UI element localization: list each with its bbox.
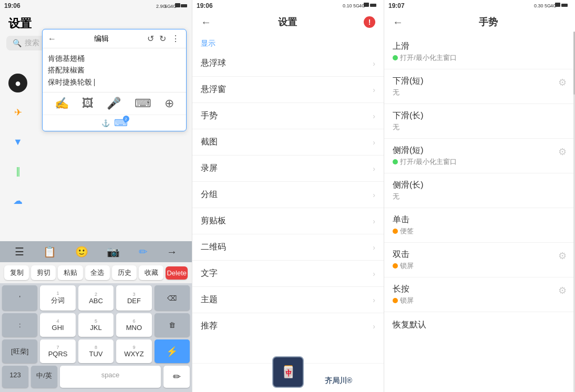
gear-long-press[interactable]: ⚙	[558, 285, 567, 296]
p3-item-swipe-down-long[interactable]: 下滑(长) 无	[384, 104, 575, 139]
chevron-icon-4: ›	[373, 164, 375, 173]
editor-content[interactable]: 肯德基翅桶 搭配辣椒酱 保时捷换轮毂	[43, 48, 186, 92]
time-1: 19:06	[4, 2, 20, 9]
editor-back-icon[interactable]: ←	[48, 34, 56, 44]
editor-line3: 保时捷换轮毂	[48, 76, 181, 88]
collect-btn[interactable]: 收藏	[139, 265, 163, 280]
status-icons-2: 0.10 5G 4G	[343, 2, 379, 10]
kb-pen-icon[interactable]: ✏	[139, 245, 148, 258]
kb-settings-icon[interactable]: ☰	[15, 245, 24, 258]
kb-emoji-icon[interactable]: 🙂	[75, 245, 88, 258]
kb-space-key[interactable]: space	[60, 366, 161, 388]
time-2: 19:06	[197, 2, 213, 9]
copy-btn[interactable]: 复制	[4, 265, 29, 280]
p2-back-btn[interactable]: ←	[201, 16, 211, 28]
keyboard-icon[interactable]: ⌨	[135, 97, 151, 110]
cut-btn[interactable]: 剪切	[31, 265, 56, 280]
gear-swipe-down-short[interactable]: ⚙	[558, 77, 567, 88]
p3-item-side-swipe-long[interactable]: 侧滑(长) 无	[384, 173, 575, 208]
wifi-icon: ▼	[13, 137, 23, 148]
kb-arrow-icon[interactable]: →	[167, 246, 177, 258]
kb-key-7-pqrs[interactable]: 7 PQRS	[40, 339, 75, 363]
kb-key-8-tuv[interactable]: 8 TUV	[78, 339, 114, 363]
kb-key-2-abc[interactable]: 2 ABC	[78, 285, 114, 311]
list-item-circle[interactable]: ●	[0, 68, 42, 98]
kb-key-colon[interactable]: :	[2, 313, 37, 337]
editor-keyboard-area: ✍ 🖼 🎤 ⌨ ⊕	[43, 92, 186, 115]
text-editor-popup: ← 编辑 ↺ ↻ ⋮ 肯德基翅桶 搭配辣椒酱 保时捷换轮毂 ✍ 🖼 🎤 ⌨ ⊕ …	[42, 29, 187, 131]
list-item-dual[interactable]: ‖	[0, 157, 42, 186]
gear-double-tap[interactable]: ⚙	[558, 250, 567, 262]
dual-icon-container: ‖	[8, 162, 27, 181]
p2-section-display: 显示	[192, 35, 384, 50]
kb-key-6-mno[interactable]: 6 MNO	[116, 313, 151, 337]
status-icons-1: 2.9G 5G 4G	[156, 2, 188, 9]
search-placeholder: 搜索	[25, 38, 39, 48]
p2-item-text[interactable]: 文字 ›	[192, 261, 384, 287]
p3-back-btn[interactable]: ←	[393, 16, 403, 28]
p3-item-swipe-down-short[interactable]: 下滑(短) 无 ⚙	[384, 69, 575, 104]
p2-item-qrcode[interactable]: 二维码 ›	[192, 234, 384, 261]
kb-key-apostrophe[interactable]: '	[2, 285, 37, 311]
redo-icon[interactable]: ↻	[158, 33, 167, 45]
svg-rect-3	[175, 3, 180, 7]
airplane-icon-container: ✈	[8, 103, 27, 122]
mic-icon[interactable]: 🎤	[107, 97, 121, 110]
kb-clipboard-icon[interactable]: 📋	[43, 245, 56, 258]
kb-key-wangchai[interactable]: [旺柴]	[2, 339, 37, 363]
p3-item-single-tap[interactable]: 单击 便签	[384, 208, 575, 243]
image-icon[interactable]: 🖼	[82, 97, 94, 110]
p2-item-theme[interactable]: 主题 ›	[192, 287, 384, 313]
p2-item-jietu[interactable]: 截图 ›	[192, 129, 384, 156]
p3-item-long-press[interactable]: 长按 锁屏 ⚙	[384, 277, 575, 312]
paste-btn[interactable]: 粘贴	[58, 265, 83, 280]
list-item-wifi[interactable]: ▼	[0, 127, 42, 157]
chevron-icon-2: ›	[373, 112, 375, 120]
add-icon[interactable]: ⊕	[165, 97, 174, 110]
p2-item-luping[interactable]: 录屏 ›	[192, 156, 384, 182]
svg-text:0.10: 0.10	[343, 3, 352, 8]
chevron-icon-6: ›	[373, 217, 375, 225]
kb-photo-icon[interactable]: 📷	[107, 245, 120, 258]
undo-icon[interactable]: ↺	[146, 33, 155, 45]
p2-item-fuchuang[interactable]: 悬浮窗 ›	[192, 77, 384, 103]
p2-item-shoushu[interactable]: 手势 ›	[192, 103, 384, 129]
p2-item-fendzu[interactable]: 分组 ›	[192, 182, 384, 208]
select-all-btn[interactable]: 全选	[85, 265, 110, 280]
dual-icon: ‖	[16, 166, 20, 177]
status-bar-3: 19:07 0.30 5G 4G	[384, 0, 575, 12]
kb-rows: ' 1 分词 2 ABC 3 DEF ⌫	[0, 283, 192, 392]
panel-gesture-settings: 19:07 0.30 5G 4G ← 手势 上滑 打开/最小化主窗口	[384, 0, 575, 392]
keyboard-badge: ⌨ 2	[114, 117, 128, 129]
gear-side-swipe-short[interactable]: ⚙	[558, 146, 567, 158]
list-item-other[interactable]: ☁	[0, 186, 42, 215]
kb-key-5-jkl[interactable]: 5 JKL	[78, 313, 114, 337]
kb-key-9-wxyz[interactable]: 9 WXYZ	[116, 339, 151, 363]
airplane-icon: ✈	[14, 107, 22, 118]
p3-item-side-swipe-short[interactable]: 侧滑(短) 打开/最小化主窗口 ⚙	[384, 139, 575, 173]
history-btn[interactable]: 历史	[112, 265, 137, 280]
delete-btn[interactable]: Delete	[166, 266, 188, 280]
p3-item-restore-default[interactable]: 恢复默认	[384, 312, 575, 338]
kb-key-delete[interactable]: ⌫	[155, 285, 190, 311]
kb-key-clear[interactable]: 🗑	[155, 313, 190, 337]
list-item-airplane[interactable]: ✈	[0, 98, 42, 127]
kb-lang-key[interactable]: 中/英	[31, 366, 57, 388]
p2-bottom-overlay: 🀄 齐局川®	[192, 350, 384, 392]
kb-action-key[interactable]: ✏	[163, 366, 190, 388]
p2-item-fuqiu[interactable]: 悬浮球 ›	[192, 50, 384, 77]
p3-item-double-tap[interactable]: 双击 锁屏 ⚙	[384, 243, 575, 277]
status-bar-2: 19:06 0.10 5G 4G	[192, 0, 384, 12]
kb-key-4-ghi[interactable]: 4 GHI	[40, 313, 75, 337]
settings-icon-black: ●	[8, 74, 27, 92]
kb-key-1-fenci[interactable]: 1 分词	[40, 285, 75, 311]
handwriting-icon[interactable]: ✍	[55, 97, 69, 110]
kb-key-lightning[interactable]: ⚡	[155, 339, 190, 363]
kb-key-3-def[interactable]: 3 DEF	[116, 285, 151, 311]
p3-item-swipe-up[interactable]: 上滑 打开/最小化主窗口	[384, 35, 575, 69]
more-icon[interactable]: ⋮	[170, 33, 181, 45]
kb-num-key[interactable]: 123	[2, 366, 28, 388]
p2-item-clipboard[interactable]: 剪贴板 ›	[192, 208, 384, 234]
chevron-icon-10: ›	[373, 322, 375, 331]
dot-long-press	[393, 298, 398, 303]
